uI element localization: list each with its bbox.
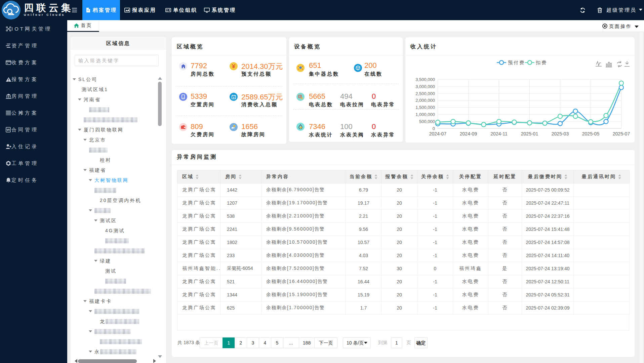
svg-text:500,000: 500,000 <box>419 119 435 124</box>
svg-text:2025-07: 2025-07 <box>613 131 630 136</box>
svg-text:2,500,000: 2,500,000 <box>415 91 435 96</box>
svg-text:1,000,000: 1,000,000 <box>415 112 435 117</box>
svg-text:预付费: 预付费 <box>508 60 525 65</box>
svg-text:1,500,000: 1,500,000 <box>415 105 435 110</box>
svg-text:2,000,000: 2,000,000 <box>415 98 435 103</box>
svg-text:扣费: 扣费 <box>536 60 547 65</box>
svg-text:3,500,000: 3,500,000 <box>415 77 435 82</box>
svg-text:3,000,000: 3,000,000 <box>415 84 435 89</box>
svg-text:2025-01: 2025-01 <box>521 131 538 136</box>
svg-text:0: 0 <box>433 126 435 131</box>
svg-text:2024-09: 2024-09 <box>460 131 477 136</box>
svg-text:2024-11: 2024-11 <box>490 131 508 136</box>
svg-text:2025-03: 2025-03 <box>552 131 569 136</box>
svg-text:2024-07: 2024-07 <box>429 131 447 136</box>
svg-text:2025-05: 2025-05 <box>582 131 600 136</box>
